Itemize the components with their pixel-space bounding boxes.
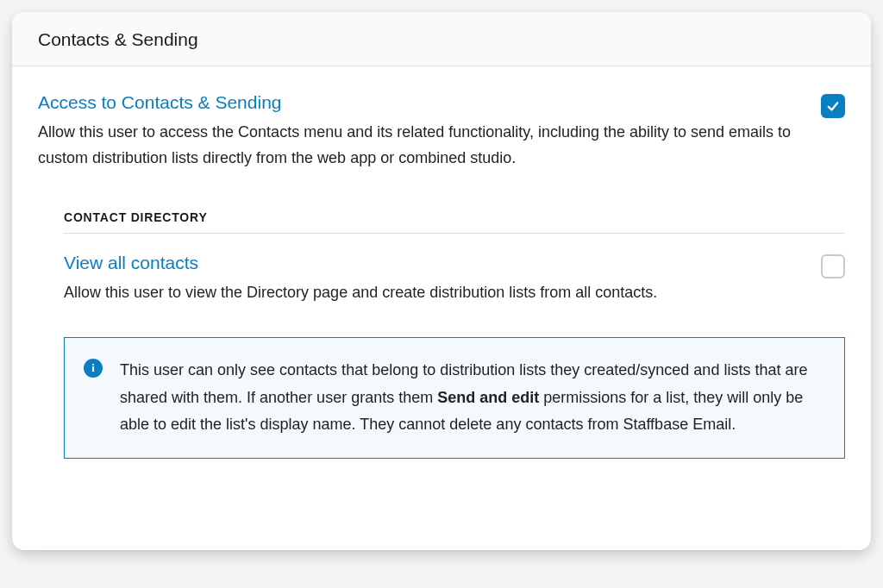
- info-callout: i This user can only see contacts that b…: [64, 337, 845, 459]
- access-setting-row: Access to Contacts & Sending Allow this …: [38, 92, 845, 171]
- check-icon: [825, 98, 841, 114]
- panel-title: Contacts & Sending: [38, 29, 845, 50]
- info-text-strong: Send and edit: [437, 389, 539, 406]
- info-text: This user can only see contacts that bel…: [120, 357, 824, 439]
- view-all-setting-row: View all contacts Allow this user to vie…: [64, 253, 845, 306]
- contact-directory-section: CONTACT DIRECTORY View all contacts Allo…: [38, 210, 845, 458]
- view-all-title: View all contacts: [64, 253, 800, 273]
- access-checkbox[interactable]: [821, 94, 845, 118]
- access-description: Allow this user to access the Contacts m…: [38, 120, 800, 171]
- view-all-checkbox[interactable]: [821, 254, 845, 278]
- panel-header: Contacts & Sending: [12, 12, 871, 66]
- info-icon: i: [84, 359, 103, 378]
- access-title: Access to Contacts & Sending: [38, 92, 800, 113]
- panel-body: Access to Contacts & Sending Allow this …: [12, 66, 871, 483]
- view-all-description: Allow this user to view the Directory pa…: [64, 280, 800, 306]
- contact-directory-header: CONTACT DIRECTORY: [64, 210, 845, 234]
- access-setting-text: Access to Contacts & Sending Allow this …: [38, 92, 800, 171]
- view-all-setting-text: View all contacts Allow this user to vie…: [64, 253, 800, 306]
- settings-panel: Contacts & Sending Access to Contacts & …: [12, 12, 871, 550]
